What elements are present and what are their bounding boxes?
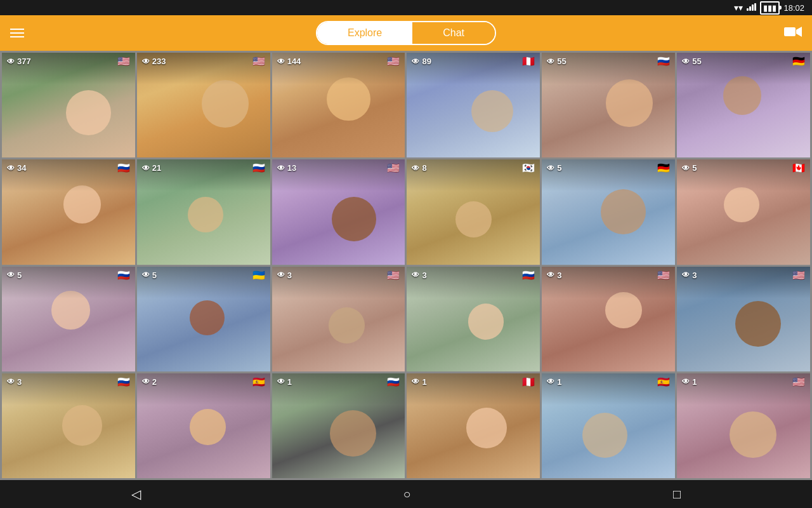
view-count: 👁55 [547,57,566,66]
view-count: 👁1 [277,377,292,387]
eye-icon: 👁 [277,164,285,173]
eye-icon: 👁 [7,271,15,279]
battery-icon: ▮▮▮ [760,1,780,15]
grid-item[interactable]: 👁3🇺🇸 [542,267,675,371]
grid-item[interactable]: 👁5🇺🇦 [137,267,270,371]
svg-rect-0 [784,27,796,36]
eye-icon: 👁 [142,57,150,66]
eye-icon: 👁 [7,164,15,173]
tab-container: Explore Chat [316,21,496,45]
grid-item[interactable]: 👁1🇷🇺 [272,373,405,478]
recents-button[interactable]: □ [673,487,681,502]
menu-button[interactable] [10,26,24,40]
status-bar: ▾▾ ▮▮▮ 18:02 [0,0,812,15]
wifi-icon: ▾▾ [734,3,743,13]
view-count: 👁34 [7,163,26,173]
bottom-nav: ◁ ○ □ [0,480,812,508]
country-flag: 🇺🇸 [792,271,805,281]
eye-icon: 👁 [547,57,554,66]
home-button[interactable]: ○ [403,487,410,502]
chat-tab[interactable]: Chat [412,22,495,44]
eye-icon: 👁 [142,164,150,173]
country-flag: 🇪🇸 [657,377,670,387]
grid-item[interactable]: 👁5🇨🇦 [677,159,810,264]
country-flag: 🇩🇪 [792,57,805,67]
grid-item[interactable]: 👁89🇵🇪 [407,53,540,157]
view-count: 👁21 [142,163,161,173]
country-flag: 🇷🇺 [522,271,535,281]
grid-item[interactable]: 👁55🇷🇺 [542,53,675,157]
country-flag: 🇺🇸 [387,271,400,281]
eye-icon: 👁 [412,57,419,66]
country-flag: 🇷🇺 [387,377,400,387]
view-count: 👁55 [682,57,701,66]
country-flag: 🇺🇸 [387,163,400,173]
view-count: 👁1 [682,377,697,387]
grid-item[interactable]: 👁1🇺🇸 [677,373,810,478]
grid-item[interactable]: 👁144🇺🇸 [272,53,405,157]
eye-icon: 👁 [547,377,554,386]
eye-icon: 👁 [412,377,419,386]
country-flag: 🇺🇸 [117,57,130,67]
eye-icon: 👁 [547,271,554,279]
view-count: 👁144 [277,57,301,66]
grid-item[interactable]: 👁3🇺🇸 [677,267,810,371]
view-count: 👁3 [547,271,561,280]
video-call-icon[interactable] [784,26,802,41]
view-count: 👁89 [412,57,431,66]
eye-icon: 👁 [277,271,285,279]
eye-icon: 👁 [277,57,285,66]
grid-item[interactable]: 👁233🇺🇸 [137,53,270,157]
country-flag: 🇷🇺 [252,163,265,173]
country-flag: 🇺🇸 [252,57,265,67]
grid-item[interactable]: 👁13🇺🇸 [272,159,405,264]
country-flag: 🇷🇺 [657,57,670,67]
grid-item[interactable]: 👁3🇷🇺 [2,373,135,478]
country-flag: 🇺🇸 [792,377,805,387]
country-flag: 🇰🇷 [522,163,535,173]
grid-item[interactable]: 👁377🇺🇸 [2,53,135,157]
signal-icon [747,2,756,13]
country-flag: 🇷🇺 [117,163,130,173]
grid-item[interactable]: 👁21🇷🇺 [137,159,270,264]
country-flag: 🇨🇦 [792,163,805,173]
view-count: 👁2 [142,377,157,387]
eye-icon: 👁 [277,377,285,386]
view-count: 👁3 [277,271,292,280]
status-time: 18:02 [783,3,804,13]
eye-icon: 👁 [7,377,15,386]
country-flag: 🇺🇸 [657,271,670,281]
eye-icon: 👁 [682,164,690,173]
view-count: 👁5 [547,163,561,173]
view-count: 👁3 [7,377,22,387]
explore-tab[interactable]: Explore [317,22,412,44]
country-flag: 🇷🇺 [117,377,130,387]
eye-icon: 👁 [682,57,690,66]
eye-icon: 👁 [412,271,419,279]
view-count: 👁8 [412,163,426,173]
grid-item[interactable]: 👁34🇷🇺 [2,159,135,264]
view-count: 👁13 [277,163,296,173]
view-count: 👁377 [7,57,31,66]
grid-item[interactable]: 👁55🇩🇪 [677,53,810,157]
grid-item[interactable]: 👁8🇰🇷 [407,159,540,264]
country-flag: 🇩🇪 [657,163,670,173]
back-button[interactable]: ◁ [131,486,141,502]
eye-icon: 👁 [7,57,15,66]
nav-bar: Explore Chat [0,15,812,51]
grid-item[interactable]: 👁3🇺🇸 [272,267,405,371]
country-flag: 🇵🇪 [522,377,535,387]
grid-item[interactable]: 👁2🇪🇸 [137,373,270,478]
grid-item[interactable]: 👁1🇵🇪 [407,373,540,478]
grid-item[interactable]: 👁5🇩🇪 [542,159,675,264]
eye-icon: 👁 [682,377,690,386]
grid-item[interactable]: 👁5🇷🇺 [2,267,135,371]
grid-item[interactable]: 👁1🇪🇸 [542,373,675,478]
eye-icon: 👁 [142,271,150,279]
country-flag: 🇺🇸 [387,57,400,67]
country-flag: 🇪🇸 [252,377,265,387]
view-count: 👁5 [142,271,157,280]
grid-container: 👁377🇺🇸👁233🇺🇸👁144🇺🇸👁89🇵🇪👁55🇷🇺👁55🇩🇪👁34🇷🇺👁2… [0,51,812,480]
grid-item[interactable]: 👁3🇷🇺 [407,267,540,371]
eye-icon: 👁 [682,271,690,279]
